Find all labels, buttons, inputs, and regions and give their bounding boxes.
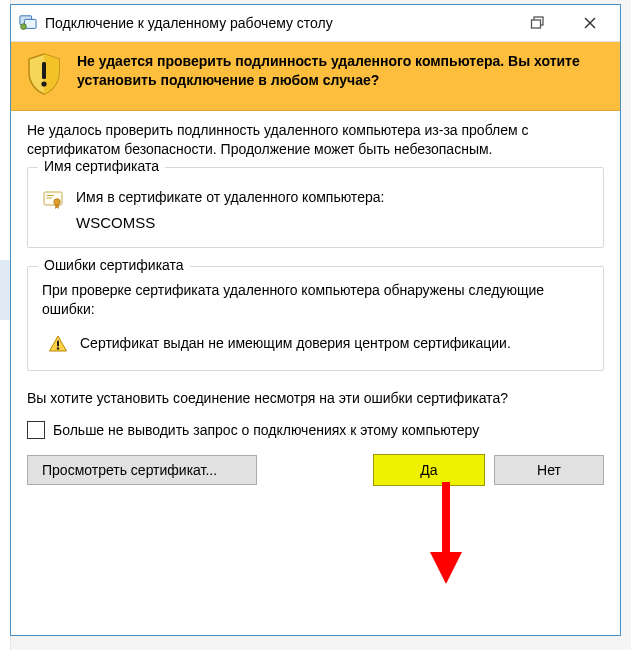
connect-anyway-question: Вы хотите установить соединение несмотря…	[27, 389, 604, 409]
dont-ask-again-label: Больше не выводить запрос о подключениях…	[53, 422, 479, 438]
button-row: Просмотреть сертификат... Да Нет	[27, 455, 604, 485]
svg-rect-13	[57, 340, 59, 346]
rdp-certificate-warning-dialog: Подключение к удаленному рабочему столу	[10, 4, 621, 636]
certificate-errors-group: Ошибки сертификата При проверке сертифик…	[27, 266, 604, 371]
yes-button[interactable]: Да	[374, 455, 484, 485]
view-certificate-label: Просмотреть сертификат...	[42, 462, 217, 478]
certificate-from-label: Имя в сертификате от удаленного компьюте…	[76, 188, 384, 208]
svg-rect-7	[42, 62, 46, 79]
dont-ask-again-checkbox[interactable]	[27, 421, 45, 439]
warning-triangle-icon	[48, 334, 68, 354]
titlebar: Подключение к удаленному рабочему столу	[11, 5, 620, 42]
no-button[interactable]: Нет	[494, 455, 604, 485]
certificate-errors-intro: При проверке сертификата удаленного комп…	[42, 281, 589, 320]
certificate-name-legend: Имя сертификата	[38, 158, 165, 174]
warning-banner: Не удается проверить подлинность удаленн…	[11, 42, 620, 111]
intro-text: Не удалось проверить подлинность удаленн…	[27, 121, 604, 159]
certificate-name-group: Имя сертификата Имя в сертификате от уда…	[27, 167, 604, 248]
no-button-label: Нет	[537, 462, 561, 478]
window-title: Подключение к удаленному рабочему столу	[45, 15, 508, 31]
svg-point-14	[57, 347, 59, 349]
certificate-icon	[42, 188, 64, 210]
restore-button[interactable]	[516, 8, 560, 38]
svg-point-2	[21, 24, 27, 30]
svg-point-8	[41, 81, 46, 86]
dont-ask-again-row[interactable]: Больше не выводить запрос о подключениях…	[27, 421, 604, 439]
certificate-error-item: Сертификат выдан не имеющим доверия цент…	[80, 334, 511, 354]
certificate-errors-legend: Ошибки сертификата	[38, 257, 190, 273]
warning-banner-text: Не удается проверить подлинность удаленн…	[77, 52, 606, 90]
yes-button-label: Да	[420, 462, 437, 478]
close-button[interactable]	[568, 8, 612, 38]
svg-rect-4	[532, 20, 541, 28]
shield-warning-icon	[25, 52, 63, 96]
certificate-name-value: WSCOMSS	[76, 214, 589, 231]
view-certificate-button[interactable]: Просмотреть сертификат...	[27, 455, 257, 485]
rdp-app-icon	[19, 14, 37, 32]
